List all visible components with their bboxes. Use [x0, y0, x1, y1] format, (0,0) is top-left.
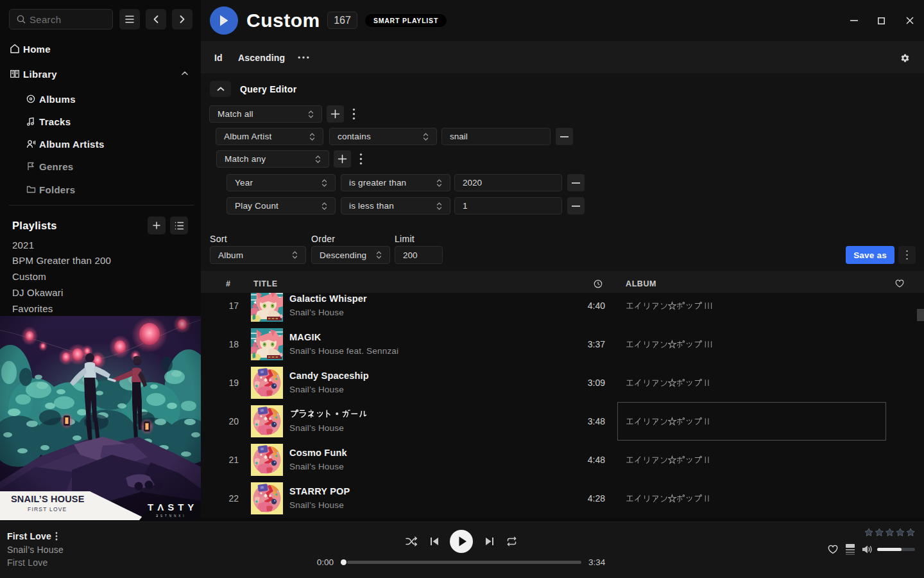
- svg-text:TΛSTY: TΛSTY: [148, 502, 198, 512]
- svg-text:SNAIL’S HOUSE: SNAIL’S HOUSE: [11, 494, 85, 504]
- svg-text:ƎSTNNXI: ƎSTNNXI: [156, 514, 187, 518]
- svg-text:FIRST LOVE: FIRST LOVE: [28, 506, 67, 512]
